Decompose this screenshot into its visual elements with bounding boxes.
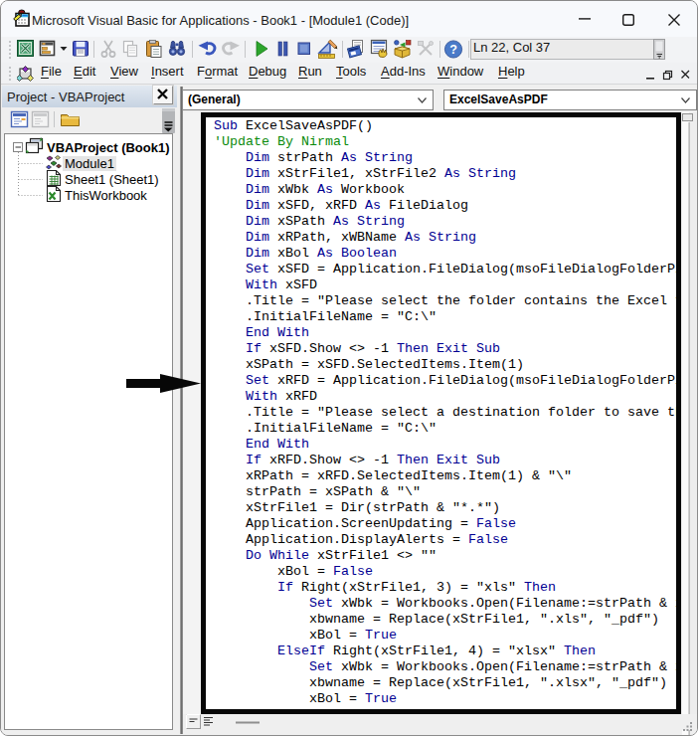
svg-text:?: ? [449,43,457,57]
